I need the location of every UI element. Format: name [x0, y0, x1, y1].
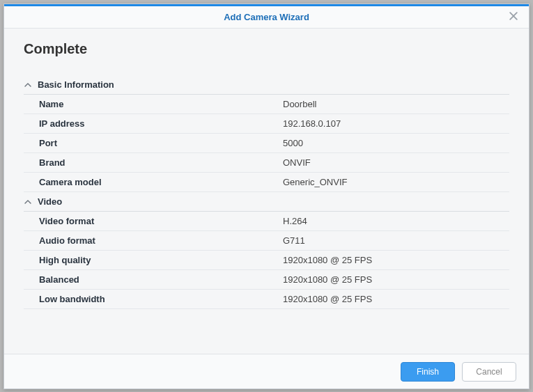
- label-model: Camera model: [39, 177, 283, 187]
- value-video-format: H.264: [283, 216, 307, 226]
- row-audio-format: Audio format G711: [24, 231, 509, 251]
- row-low-bandwidth: Low bandwidth 1920x1080 @ 25 FPS: [24, 290, 509, 309]
- value-balanced: 1920x1080 @ 25 FPS: [283, 274, 372, 285]
- close-button[interactable]: [505, 6, 522, 29]
- page-title: Complete: [24, 41, 509, 57]
- value-name: Doorbell: [283, 99, 316, 109]
- close-icon: [509, 6, 518, 29]
- row-balanced: Balanced 1920x1080 @ 25 FPS: [24, 270, 509, 290]
- label-audio-format: Audio format: [39, 235, 283, 246]
- label-name: Name: [39, 99, 283, 109]
- label-ip: IP address: [39, 118, 283, 129]
- label-low-bandwidth: Low bandwidth: [39, 294, 283, 304]
- finish-button[interactable]: Finish: [401, 362, 455, 382]
- content-area: Complete Basic Information Name Doorbell…: [4, 29, 529, 309]
- value-model: Generic_ONVIF: [283, 177, 347, 187]
- row-port: Port 5000: [24, 134, 509, 153]
- section-video-title: Video: [38, 196, 62, 207]
- value-port: 5000: [283, 138, 303, 148]
- title-bar: Add Camera Wizard: [4, 6, 529, 29]
- row-ip: IP address 192.168.0.107: [24, 114, 509, 134]
- value-ip: 192.168.0.107: [283, 118, 341, 129]
- label-port: Port: [39, 138, 283, 148]
- chevron-up-icon: [24, 81, 32, 89]
- section-basic-title: Basic Information: [38, 79, 114, 90]
- cancel-button[interactable]: Cancel: [462, 362, 516, 382]
- section-basic-header[interactable]: Basic Information: [24, 75, 509, 95]
- label-balanced: Balanced: [39, 274, 283, 285]
- row-high-quality: High quality 1920x1080 @ 25 FPS: [24, 251, 509, 270]
- value-brand: ONVIF: [283, 157, 311, 168]
- label-video-format: Video format: [39, 216, 283, 226]
- footer-bar: Finish Cancel: [4, 354, 529, 389]
- wizard-window: Add Camera Wizard Complete Basic Informa…: [3, 3, 530, 389]
- label-brand: Brand: [39, 157, 283, 168]
- window-title: Add Camera Wizard: [224, 12, 309, 22]
- row-name: Name Doorbell: [24, 95, 509, 114]
- label-high-quality: High quality: [39, 255, 283, 265]
- value-audio-format: G711: [283, 235, 305, 246]
- value-high-quality: 1920x1080 @ 25 FPS: [283, 255, 372, 265]
- value-low-bandwidth: 1920x1080 @ 25 FPS: [283, 294, 372, 304]
- row-video-format: Video format H.264: [24, 212, 509, 231]
- row-model: Camera model Generic_ONVIF: [24, 173, 509, 192]
- row-brand: Brand ONVIF: [24, 153, 509, 173]
- section-video-header[interactable]: Video: [24, 192, 509, 212]
- chevron-up-icon: [24, 198, 32, 206]
